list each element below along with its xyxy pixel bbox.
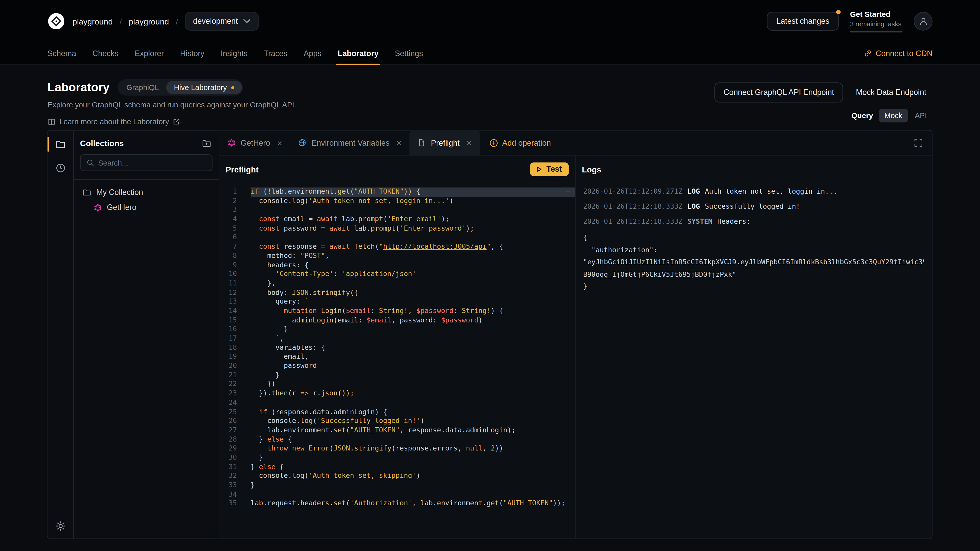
nav-item-insights[interactable]: Insights xyxy=(213,43,256,65)
line-number: 7 xyxy=(220,243,237,252)
code-line: console.log('Auth token set, skipping') xyxy=(251,472,575,481)
code-line: } xyxy=(251,481,575,490)
code-line: }).then(r => r.json()); xyxy=(251,389,575,399)
code-line: if (!lab.environment.get("AUTH_TOKEN")) … xyxy=(251,187,575,197)
test-button[interactable]: Test xyxy=(530,162,569,176)
log-message: Successfully logged in! xyxy=(705,202,800,212)
line-number: 31 xyxy=(220,463,237,472)
code-line xyxy=(251,490,575,499)
line-number: 16 xyxy=(220,325,237,334)
get-started-title: Get Started xyxy=(850,10,903,19)
nav-item-checks[interactable]: Checks xyxy=(84,43,127,65)
user-avatar[interactable] xyxy=(914,12,932,30)
tab-gethero[interactable]: GetHero× xyxy=(220,130,290,155)
tree-item-gethero[interactable]: GetHero xyxy=(78,200,215,215)
tab-preflight[interactable]: Preflight× xyxy=(410,130,479,155)
breadcrumb-project[interactable]: playground xyxy=(129,17,169,26)
breadcrumb-org[interactable]: playground xyxy=(73,17,113,26)
connect-to-cdn-link[interactable]: Connect to CDN xyxy=(864,43,940,65)
line-number: 12 xyxy=(220,288,237,297)
play-icon xyxy=(535,165,542,173)
code-line: email, xyxy=(251,353,575,362)
code-lines: if (!lab.environment.get("AUTH_TOKEN")) … xyxy=(237,187,575,538)
line-number: 10 xyxy=(220,270,237,279)
line-number: 17 xyxy=(220,334,237,343)
latest-changes-button[interactable]: Latest changes xyxy=(767,12,838,30)
fold-icon[interactable]: — xyxy=(566,188,570,195)
tree-item-my-collection[interactable]: My Collection xyxy=(78,185,215,200)
close-icon[interactable]: × xyxy=(396,138,401,147)
code-line: lab.environment.set("AUTH_TOKEN", respon… xyxy=(251,426,575,435)
nav-item-laboratory[interactable]: Laboratory xyxy=(329,43,387,65)
hive-logo-icon[interactable] xyxy=(48,13,65,30)
search-input[interactable] xyxy=(98,159,206,167)
close-icon[interactable]: × xyxy=(466,138,472,147)
main-nav: SchemaChecksExplorerHistoryInsightsTrace… xyxy=(0,43,980,65)
laboratory-header: Laboratory GraphiQLHive Laboratory Explo… xyxy=(0,65,980,126)
nav-item-history[interactable]: History xyxy=(172,43,213,65)
line-number: 8 xyxy=(220,251,237,261)
connect-graphql-endpoint-button[interactable]: Connect GraphQL API Endpoint xyxy=(714,83,843,102)
log-level: SYSTEM xyxy=(687,217,712,227)
line-number: 4 xyxy=(220,215,237,224)
settings-rail-button[interactable] xyxy=(56,521,65,531)
log-timestamp: 2026-01-26T12:12:18.333Z xyxy=(583,217,682,227)
breadcrumb: playground / playground / development xyxy=(73,12,259,30)
code-line: } else { xyxy=(251,463,575,472)
code-line: throw new Error(JSON.stringify(response.… xyxy=(251,445,575,454)
expand-icon xyxy=(914,138,923,148)
nav-item-traces[interactable]: Traces xyxy=(256,43,296,65)
line-number: 30 xyxy=(220,454,237,463)
add-operation-button[interactable]: Add operation xyxy=(480,130,560,155)
mode-option-label: GraphiQL xyxy=(126,83,159,92)
history-icon xyxy=(56,163,65,173)
collections-rail-button[interactable] xyxy=(56,139,65,149)
topbar-right: Latest changes Get Started 3 remaining t… xyxy=(767,10,932,32)
line-number: 27 xyxy=(220,426,237,435)
code-line: adminLogin(email: $email, password: $pas… xyxy=(251,316,575,325)
line-number: 29 xyxy=(220,445,237,454)
globe-icon xyxy=(298,139,307,147)
code-editor[interactable]: 1234567891011121314151617181920212223242… xyxy=(220,183,575,538)
line-number: 28 xyxy=(220,435,237,445)
mock-data-endpoint-button[interactable]: Mock Data Endpoint xyxy=(850,83,932,102)
collections-header: Collections xyxy=(74,130,219,154)
mode-option-graphiql[interactable]: GraphiQL xyxy=(119,81,166,94)
nav-item-apps[interactable]: Apps xyxy=(296,43,329,65)
code-line: query: ` xyxy=(251,297,575,306)
learn-more-link[interactable]: Learn more about the Laboratory xyxy=(48,118,932,126)
nav-item-explorer[interactable]: Explorer xyxy=(127,43,172,65)
history-rail-button[interactable] xyxy=(56,163,65,173)
code-line: }) xyxy=(251,380,575,389)
new-collection-icon[interactable] xyxy=(202,139,211,148)
log-level: LOG xyxy=(687,202,700,212)
log-timestamp: 2026-01-26T12:12:18.333Z xyxy=(583,202,682,212)
nav-item-settings[interactable]: Settings xyxy=(387,43,431,65)
code-line: body: JSON.stringify({ xyxy=(251,288,575,297)
close-icon[interactable]: × xyxy=(277,138,282,147)
tree-item-label: My Collection xyxy=(96,188,143,197)
collections-search[interactable] xyxy=(80,154,212,171)
line-number: 3 xyxy=(220,206,237,215)
target-selector[interactable]: development xyxy=(185,12,259,30)
mode-option-hive-laboratory[interactable]: Hive Laboratory xyxy=(166,81,242,94)
person-icon xyxy=(918,17,928,26)
file-icon xyxy=(418,139,426,147)
query-mode-api[interactable]: API xyxy=(909,109,932,122)
tab-environment-variables[interactable]: Environment Variables× xyxy=(290,130,410,155)
line-number: 24 xyxy=(220,399,237,408)
get-started-widget[interactable]: Get Started 3 remaining tasks xyxy=(850,10,903,32)
left-rail xyxy=(48,130,74,538)
preflight-editor-pane: Preflight Test 1234567891011121314151617… xyxy=(220,156,576,538)
query-mode-mock[interactable]: Mock xyxy=(879,109,908,122)
log-timestamp: 2026-01-26T12:12:09.271Z xyxy=(583,187,682,197)
line-number: 34 xyxy=(220,490,237,499)
test-button-label: Test xyxy=(546,165,562,174)
folder-icon xyxy=(83,188,91,197)
fullscreen-button[interactable] xyxy=(914,138,923,148)
nav-tabs: SchemaChecksExplorerHistoryInsightsTrace… xyxy=(39,43,431,65)
code-gutter: 1234567891011121314151617181920212223242… xyxy=(220,187,237,538)
log-raw-line: } xyxy=(583,281,924,293)
nav-item-schema[interactable]: Schema xyxy=(39,43,84,65)
search-icon xyxy=(86,159,94,167)
